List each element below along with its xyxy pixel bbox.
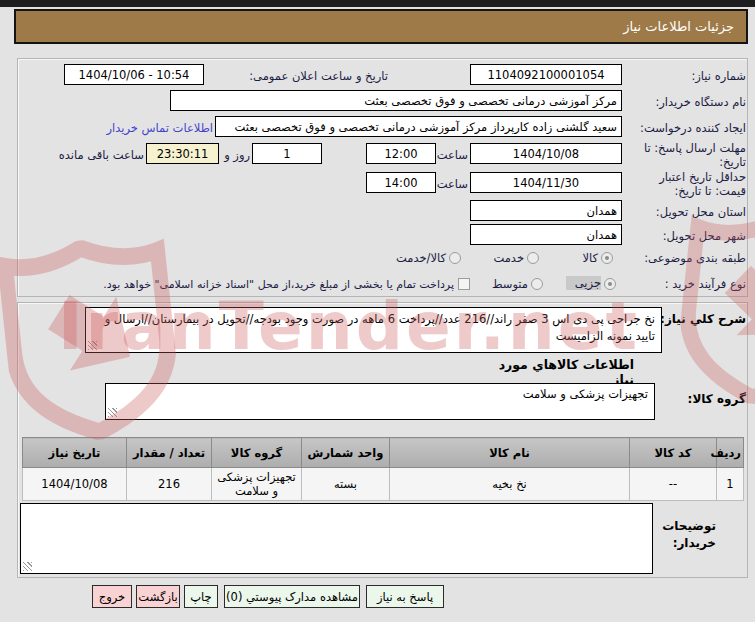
city-input[interactable]: همدان bbox=[470, 224, 622, 245]
announce-datetime-input[interactable]: 1404/10/06 - 10:54 bbox=[64, 64, 204, 85]
request-creator-label: ایجاد کننده درخواست: bbox=[625, 121, 746, 135]
goods-group-input[interactable]: تجهیزات پزشکی و سلامت bbox=[105, 383, 655, 420]
table-header-row: ردیف کد کالا نام کالا واحد شمارش گروه کا… bbox=[23, 438, 744, 468]
top-window-strip bbox=[0, 0, 755, 7]
radio-medium[interactable] bbox=[531, 278, 543, 290]
col-qty: تعداد / مقدار bbox=[127, 438, 212, 468]
col-name: نام کالا bbox=[390, 438, 630, 468]
treasury-note: پرداخت تمام یا بخشی از مبلغ خرید،از محل … bbox=[52, 278, 454, 292]
view-attachments-button[interactable]: مشاهده مدارک پیوستي (0) bbox=[224, 585, 360, 608]
exit-button[interactable]: خروج bbox=[92, 585, 132, 608]
radio-minor-label: جزیی bbox=[566, 276, 601, 290]
page-title: جزئیات اطلاعات نیاز bbox=[14, 9, 748, 44]
col-unit: واحد شمارش bbox=[302, 438, 390, 468]
goods-group-label: گروه کالا: bbox=[663, 392, 746, 406]
subject-class-label: طبقه بندی موضوعی: bbox=[622, 251, 746, 265]
treasury-checkbox[interactable] bbox=[458, 278, 470, 290]
price-time-input[interactable]: 14:00 bbox=[366, 172, 436, 193]
table-row: 1 -- نخ بخیه بسته تجهیزات پزشکی و سلامت … bbox=[23, 468, 744, 501]
radio-goods-service-label: کالا/خدمت bbox=[380, 251, 446, 265]
days-remaining-input[interactable]: 1 bbox=[252, 143, 322, 164]
radio-goods-label: کالا bbox=[560, 251, 598, 265]
province-input[interactable]: همدان bbox=[470, 200, 622, 221]
radio-medium-label: متوسط bbox=[484, 277, 528, 291]
cell-unit: بسته bbox=[302, 468, 390, 501]
radio-service-label: خدمت bbox=[482, 251, 524, 265]
respond-button[interactable]: پاسخ به نیاز bbox=[366, 585, 444, 608]
need-description-textarea[interactable]: نخ جراحی پی دی اس 3 صفر راند//216 عدد//پ… bbox=[85, 307, 662, 353]
col-row: ردیف bbox=[717, 438, 744, 468]
buyer-org-label: نام دستگاه خریدار: bbox=[640, 95, 746, 109]
province-label: استان محل تحویل: bbox=[640, 205, 746, 219]
price-validity-date-input[interactable]: 1404/11/30 bbox=[470, 172, 622, 193]
print-button[interactable]: چاپ bbox=[184, 585, 218, 608]
hours-remaining-label: ساعت باقی مانده bbox=[44, 148, 144, 162]
price-validity-label: حداقل تاریخ اعتبار قیمت: تا تاریخ: bbox=[640, 170, 746, 198]
price-hour-label: ساعت bbox=[438, 177, 468, 191]
countdown-timer: 23:30:11 bbox=[146, 143, 219, 164]
page-title-text: جزئیات اطلاعات نیاز bbox=[623, 19, 734, 34]
days-and-label: روز و bbox=[220, 148, 250, 162]
process-type-label: نوع فرآیند خرید : bbox=[630, 277, 746, 291]
reply-hour-label: ساعت bbox=[438, 148, 468, 162]
buyer-org-input[interactable]: مرکز آموزشی درمانی تخصصی و فوق تخصصی بعث… bbox=[170, 90, 622, 111]
radio-goods[interactable] bbox=[601, 252, 613, 264]
cell-group: تجهیزات پزشکی و سلامت bbox=[212, 468, 302, 501]
cell-qty: 216 bbox=[127, 468, 212, 501]
radio-goods-service[interactable] bbox=[449, 252, 461, 264]
cell-need-date: 1404/10/08 bbox=[23, 468, 127, 501]
reply-time-input[interactable]: 12:00 bbox=[366, 143, 436, 164]
radio-service[interactable] bbox=[527, 252, 539, 264]
buyer-notes-textarea[interactable] bbox=[20, 503, 653, 574]
need-number-input[interactable]: 1104092100001054 bbox=[470, 64, 622, 85]
tender-detail-page: جزئیات اطلاعات نیاز شماره نیاز: 11040921… bbox=[0, 0, 755, 622]
need-description-label: شرح کلي نیاز: bbox=[648, 312, 746, 326]
buyer-notes-label: توضیحات خریدار: bbox=[652, 518, 716, 552]
radio-minor[interactable] bbox=[604, 278, 616, 290]
city-label: شهر محل تحویل: bbox=[640, 229, 746, 243]
col-need-date: تاریخ نیاز bbox=[23, 438, 127, 468]
reply-deadline-date-input[interactable]: 1404/10/08 bbox=[470, 143, 622, 164]
buyer-contact-link[interactable]: اطلاعات تماس خریدار bbox=[103, 121, 213, 135]
reply-deadline-label: مهلت ارسال پاسخ: تا تاریخ: bbox=[640, 141, 746, 169]
cell-code: -- bbox=[630, 468, 717, 501]
back-button[interactable]: بازگشت bbox=[136, 585, 180, 608]
items-table: ردیف کد کالا نام کالا واحد شمارش گروه کا… bbox=[22, 437, 744, 501]
col-code: کد کالا bbox=[630, 438, 717, 468]
col-group: گروه کالا bbox=[212, 438, 302, 468]
announce-datetime-label: تاریخ و ساعت اعلان عمومی: bbox=[205, 69, 388, 83]
request-creator-input[interactable]: سعید گلشنی زاده کارپرداز مرکز آموزشی درم… bbox=[215, 116, 622, 137]
need-number-label: شماره نیاز: bbox=[662, 69, 746, 83]
cell-name: نخ بخیه bbox=[390, 468, 630, 501]
cell-row: 1 bbox=[717, 468, 744, 501]
